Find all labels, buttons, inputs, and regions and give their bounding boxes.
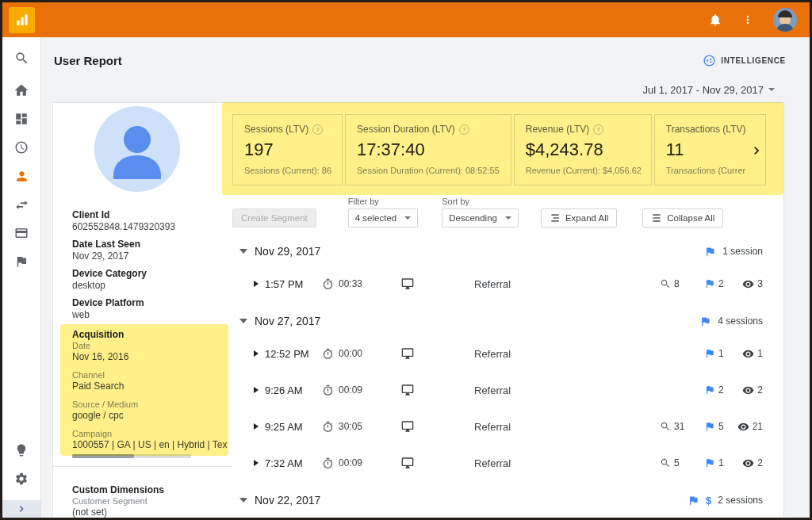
acq-value: Paid Search (72, 380, 228, 392)
metrics-next-chevron-icon[interactable] (749, 143, 764, 159)
help-icon[interactable] (593, 124, 603, 135)
realtime-clock-icon[interactable] (2, 138, 40, 157)
analytics-logo-icon[interactable] (9, 7, 35, 33)
sort-by-value: Descending (449, 213, 497, 223)
sort-by-select[interactable]: Descending (442, 208, 519, 228)
metric-revenue-ltv: Revenue (LTV) $4,243.78 Revenue (Current… (514, 114, 652, 185)
stopwatch-icon (322, 384, 334, 396)
page-title: User Report (54, 54, 122, 67)
desktop-device-icon (401, 384, 414, 396)
scrollbar-thumb[interactable] (72, 454, 134, 458)
collapse-caret-icon[interactable] (239, 498, 247, 503)
expand-caret-icon[interactable] (254, 350, 259, 357)
search-count: 8 (674, 278, 680, 289)
session-time: 12:52 PM (265, 348, 322, 360)
pageview-count: 2 (757, 384, 763, 396)
acq-label: Source / Medium (72, 400, 232, 410)
goal-flag-icon (704, 457, 715, 468)
session-row[interactable]: 1:57 PM 00:33 Referral 8 (232, 266, 763, 302)
sort-by-group: Sort by Descending (442, 197, 519, 228)
custom-dimensions-title: Custom Dimensions (72, 484, 232, 496)
site-search-icon (660, 278, 671, 289)
field-device-platform: Device Platform web (72, 297, 232, 321)
session-channel: Referral (474, 384, 704, 396)
search-count: 31 (674, 421, 684, 432)
acq-value: Nov 16, 2016 (72, 351, 228, 363)
session-row[interactable]: 9:26 AM 00:09 Referral 2 (232, 372, 763, 408)
collapse-caret-icon[interactable] (239, 319, 247, 323)
desktop-device-icon (401, 420, 414, 433)
user-profile-avatar (94, 106, 180, 192)
metric-sessions-ltv: Sessions (LTV) 197 Sessions (Current): 8… (232, 114, 343, 185)
account-avatar[interactable] (773, 8, 797, 32)
discover-lightbulb-icon[interactable] (2, 441, 40, 460)
search-count: 5 (674, 457, 680, 468)
collapse-caret-icon[interactable] (239, 249, 247, 254)
behavior-card-icon[interactable] (2, 224, 40, 243)
home-icon[interactable] (2, 81, 40, 100)
group-date: Nov 22, 2017 (255, 494, 320, 507)
session-row[interactable]: 9:25 AM 30:05 Referral 31 (232, 408, 763, 445)
goal-flag-icon (704, 246, 716, 258)
divider (53, 466, 232, 467)
group-badge: 1 session (704, 246, 763, 258)
filter-by-value: 4 selected (355, 213, 396, 223)
field-label: Device Category (72, 268, 232, 280)
notifications-bell-icon[interactable] (708, 13, 722, 27)
audience-person-icon[interactable] (2, 166, 40, 185)
session-count: 4 sessions (718, 315, 763, 327)
conversions-flag-icon[interactable] (2, 252, 40, 271)
admin-gear-icon[interactable] (2, 469, 40, 488)
expand-caret-icon[interactable] (254, 423, 259, 430)
avatar-hair (778, 10, 792, 17)
session-count: 1 session (722, 246, 763, 257)
customization-grid-icon[interactable] (2, 109, 40, 128)
field-device-category: Device Category desktop (72, 268, 232, 292)
filter-by-select[interactable]: 4 selected (348, 208, 418, 228)
expand-all-icon (550, 212, 561, 224)
session-row[interactable]: 12:52 PM 00:00 Referral 1 (232, 335, 763, 372)
expand-caret-icon[interactable] (254, 387, 259, 393)
sort-by-label: Sort by (442, 197, 519, 206)
desktop-device-icon (401, 347, 414, 360)
intelligence-button[interactable]: INTELLIGENCE (703, 54, 786, 67)
help-icon[interactable] (312, 124, 323, 135)
field-date-last-seen: Date Last Seen Nov 29, 2017 (72, 239, 232, 262)
session-group-header[interactable]: Nov 22, 2017 2 sessions (232, 486, 763, 514)
expand-caret-icon[interactable] (254, 281, 259, 287)
collapse-all-button[interactable]: Collapse All (642, 208, 723, 228)
goal-count: 1 (718, 348, 724, 359)
expand-all-label: Expand All (565, 213, 608, 223)
pageview-count: 21 (753, 421, 763, 432)
metric-label: Sessions (LTV) (244, 124, 308, 135)
custom-dimension-value: (not set) (72, 507, 232, 518)
session-counts: 1 1 (704, 348, 763, 360)
help-icon[interactable] (459, 124, 469, 135)
expand-caret-icon[interactable] (254, 460, 259, 466)
date-range-selector[interactable]: Jul 1, 2017 - Nov 29, 2017 (41, 77, 810, 102)
sidebar-collapse-chevron-icon[interactable] (2, 500, 40, 518)
session-duration: 30:05 (339, 421, 362, 432)
session-row[interactable]: 7:32 AM 00:09 Referral 5 (232, 445, 763, 481)
acquisition-channel: Channel Paid Search (72, 370, 232, 392)
chevron-down-icon (505, 216, 511, 220)
acquisition-swap-icon[interactable] (2, 195, 40, 214)
stopwatch-icon (322, 421, 334, 433)
metric-label: Revenue (LTV) (526, 124, 589, 135)
pageview-count: 3 (757, 278, 763, 289)
session-count: 2 sessions (718, 495, 763, 506)
session-time: 1:57 PM (265, 278, 322, 290)
desktop-device-icon (401, 457, 414, 469)
session-group-header[interactable]: Nov 27, 2017 4 sessions (232, 307, 763, 335)
session-group-header[interactable]: Nov 29, 2017 1 session (232, 237, 763, 266)
session-toolbar: Create Segment Filter by 4 selected Sort… (232, 197, 783, 228)
search-icon[interactable] (2, 48, 40, 67)
field-value: desktop (72, 280, 232, 292)
expand-all-button[interactable]: Expand All (541, 208, 617, 228)
more-menu-icon[interactable] (741, 13, 754, 26)
create-segment-button[interactable]: Create Segment (232, 208, 316, 228)
metric-value: 17:37:40 (357, 140, 500, 160)
goal-flag-icon (704, 278, 715, 289)
horizontal-scrollbar[interactable] (72, 454, 191, 458)
stopwatch-icon (322, 457, 334, 469)
